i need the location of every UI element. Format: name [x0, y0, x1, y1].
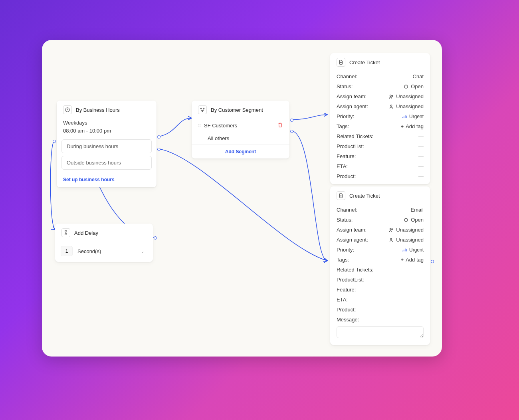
- clock-icon: [63, 105, 72, 114]
- customer-segment-card[interactable]: By Customer Segment ⠿ SF Customers All o…: [192, 101, 289, 158]
- priority-label: Priority:: [337, 113, 354, 119]
- tags-label: Tags:: [337, 123, 349, 129]
- agent-value[interactable]: Unassigned: [388, 103, 424, 109]
- chart-bars-icon: [402, 247, 407, 253]
- port[interactable]: [431, 260, 434, 263]
- person-icon: [388, 104, 394, 109]
- status-value[interactable]: Open: [403, 217, 424, 223]
- card-header: Add Delay: [55, 224, 153, 242]
- people-icon: [388, 227, 394, 233]
- hourglass-icon: [61, 228, 70, 237]
- add-tag-button[interactable]: +Add tag: [401, 257, 424, 263]
- card-title: Create Ticket: [349, 193, 380, 199]
- team-label: Assign team:: [337, 227, 366, 233]
- add-delay-card[interactable]: Add Delay 1 Second(s) ⌄: [55, 224, 153, 262]
- drag-handle-icon[interactable]: ⠿: [198, 123, 200, 128]
- eta-label: ETA:: [337, 163, 348, 169]
- port[interactable]: [53, 140, 56, 143]
- product-label: Product:: [337, 173, 356, 179]
- channel-label: Channel:: [337, 73, 357, 79]
- empty-value[interactable]: —: [418, 143, 424, 149]
- priority-label: Priority:: [337, 247, 354, 253]
- chart-bars-icon: [402, 114, 407, 119]
- svg-point-5: [390, 95, 392, 96]
- ticket-icon: [337, 58, 345, 67]
- empty-value[interactable]: —: [418, 287, 424, 293]
- channel-value[interactable]: Chat: [413, 73, 424, 79]
- card-header: Create Ticket: [330, 186, 430, 205]
- during-hours-option[interactable]: During business hours: [61, 139, 152, 153]
- empty-value[interactable]: —: [418, 163, 424, 169]
- segment-label: SF Customers: [204, 123, 237, 129]
- channel-label: Channel:: [337, 207, 357, 213]
- delay-unit-select[interactable]: Second(s) ⌄: [77, 248, 147, 254]
- svg-point-9: [390, 228, 392, 230]
- ticket-icon: [337, 191, 345, 200]
- card-title: Add Delay: [74, 230, 98, 236]
- port[interactable]: [154, 236, 157, 240]
- business-hours-card[interactable]: By Business Hours Weekdays 08:00 am - 10…: [57, 101, 156, 187]
- status-label: Status:: [337, 217, 353, 223]
- svg-point-3: [202, 111, 203, 111]
- branch-icon: [198, 105, 207, 114]
- port[interactable]: [290, 119, 293, 122]
- outside-hours-option[interactable]: Outside business hours: [61, 156, 152, 170]
- productlist-label: ProductList:: [337, 277, 364, 283]
- delete-icon[interactable]: [277, 122, 283, 129]
- card-header: By Customer Segment: [192, 101, 289, 119]
- svg-point-2: [203, 108, 204, 109]
- svg-point-4: [404, 85, 408, 88]
- card-title: By Business Hours: [76, 107, 120, 113]
- empty-value[interactable]: —: [418, 173, 424, 179]
- empty-value[interactable]: —: [418, 297, 424, 303]
- delay-unit-label: Second(s): [77, 248, 101, 254]
- svg-point-11: [391, 238, 392, 240]
- circle-icon: [403, 84, 409, 89]
- team-value[interactable]: Unassigned: [388, 93, 424, 99]
- card-header: Create Ticket: [330, 53, 430, 71]
- port[interactable]: [157, 135, 160, 139]
- priority-value[interactable]: Urgent: [402, 114, 424, 119]
- delay-value-input[interactable]: 1: [61, 246, 73, 256]
- chevron-down-icon: ⌄: [141, 249, 144, 254]
- port[interactable]: [290, 130, 293, 133]
- segment-all-others[interactable]: All others: [192, 132, 289, 145]
- agent-label: Assign agent:: [337, 237, 368, 243]
- empty-value[interactable]: —: [418, 133, 424, 139]
- related-label: Related Tickets:: [337, 267, 374, 273]
- team-label: Assign team:: [337, 93, 366, 99]
- svg-point-1: [200, 108, 201, 109]
- status-label: Status:: [337, 83, 353, 89]
- workflow-canvas[interactable]: By Business Hours Weekdays 08:00 am - 10…: [42, 40, 442, 357]
- add-tag-button[interactable]: +Add tag: [401, 123, 424, 129]
- empty-value[interactable]: —: [418, 307, 424, 313]
- create-ticket-card-2[interactable]: Create Ticket Channel:Email Status:Open …: [330, 186, 430, 345]
- empty-value[interactable]: —: [418, 267, 424, 273]
- create-ticket-card-1[interactable]: Create Ticket Channel:Chat Status:Open A…: [330, 53, 430, 184]
- plus-icon: +: [401, 123, 404, 129]
- port[interactable]: [157, 148, 160, 151]
- agent-value[interactable]: Unassigned: [388, 237, 424, 243]
- setup-hours-link[interactable]: Set up business hours: [57, 172, 156, 187]
- business-hours-days: Weekdays: [57, 119, 156, 127]
- empty-value[interactable]: —: [418, 277, 424, 283]
- channel-value[interactable]: Email: [410, 207, 424, 213]
- plus-icon: +: [401, 257, 404, 263]
- priority-value[interactable]: Urgent: [402, 247, 424, 253]
- card-title: Create Ticket: [349, 59, 380, 65]
- team-value[interactable]: Unassigned: [388, 227, 424, 233]
- people-icon: [388, 94, 394, 99]
- message-textarea[interactable]: [337, 326, 424, 338]
- add-segment-button[interactable]: Add Segment: [192, 145, 289, 158]
- card-title: By Customer Segment: [211, 107, 263, 113]
- empty-value[interactable]: —: [418, 153, 424, 159]
- tags-label: Tags:: [337, 257, 349, 263]
- segment-item[interactable]: ⠿ SF Customers: [192, 119, 289, 132]
- circle-icon: [403, 217, 409, 223]
- svg-point-10: [392, 228, 393, 230]
- status-value[interactable]: Open: [403, 83, 424, 89]
- product-label: Product:: [337, 307, 356, 313]
- person-icon: [388, 237, 394, 243]
- card-header: By Business Hours: [57, 101, 156, 119]
- business-hours-time: 08:00 am - 10:00 pm: [57, 127, 156, 137]
